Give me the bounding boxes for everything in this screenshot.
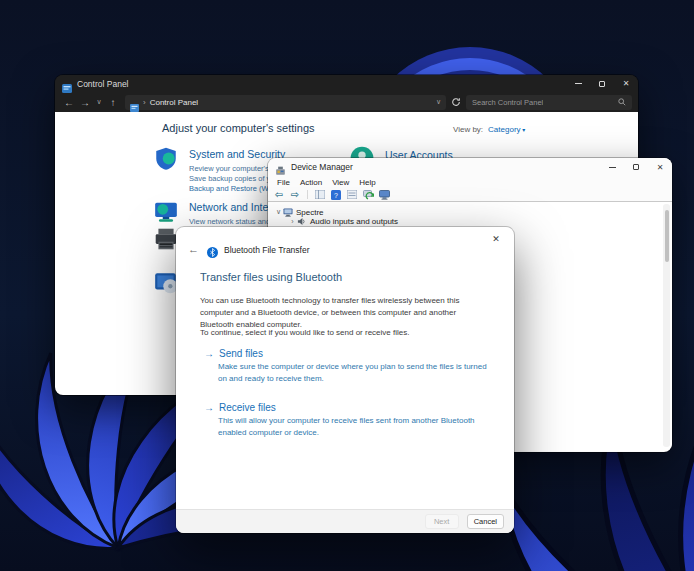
desktop: Control Panel ✕ ← → ∨ ↑ › Control Panel … <box>0 0 694 571</box>
toolbar-devices-icon[interactable] <box>378 189 390 200</box>
menu-action[interactable]: Action <box>295 178 327 187</box>
back-icon[interactable]: ← <box>188 244 199 255</box>
next-button[interactable]: Next <box>425 514 459 529</box>
toolbar-scan-hardware-icon[interactable] <box>362 189 374 200</box>
breadcrumb[interactable]: Control Panel <box>150 98 198 107</box>
toolbar-separator <box>307 190 308 199</box>
wizard-heading: Transfer files using Bluetooth <box>200 271 342 283</box>
scrollbar[interactable] <box>663 204 670 447</box>
bluetooth-dialog-header: ← Bluetooth File Transfer <box>188 244 310 255</box>
control-panel-navbar: ← → ∨ ↑ › Control Panel ∨ Search Control… <box>55 92 638 112</box>
toolbar-console-tree-icon[interactable] <box>314 189 326 200</box>
arrow-right-icon: → <box>204 349 214 359</box>
forward-icon[interactable]: → <box>77 97 93 108</box>
view-by: View by:Category ▾ <box>453 125 525 134</box>
view-by-dropdown[interactable]: Category <box>488 125 520 134</box>
tree-expanded-chevron-icon[interactable]: ∨ <box>274 208 283 216</box>
back-icon[interactable]: ← <box>61 97 77 108</box>
control-panel-app-icon <box>62 79 72 88</box>
minimize-button[interactable] <box>566 75 590 92</box>
send-files-label: Send files <box>219 348 263 359</box>
receive-files-label: Receive files <box>219 402 276 413</box>
minimize-button[interactable] <box>600 158 624 176</box>
search-placeholder: Search Control Panel <box>472 98 543 107</box>
view-by-label: View by: <box>453 125 483 134</box>
control-panel-caption-buttons: ✕ <box>566 75 638 92</box>
device-manager-toolbar: ⇦ ⇨ ? <box>268 188 672 202</box>
recent-locations-chevron-icon[interactable]: ∨ <box>93 98 105 106</box>
intro-text: You can use Bluetooth technology to tran… <box>200 295 488 331</box>
close-button[interactable]: ✕ <box>648 158 672 176</box>
window-bluetooth-file-transfer: ✕ ← Bluetooth File Transfer Transfer fil… <box>176 227 514 533</box>
scrollbar-thumb[interactable] <box>665 210 669 262</box>
menu-help[interactable]: Help <box>354 178 380 187</box>
arrow-right-icon: → <box>204 403 214 413</box>
search-icon <box>618 98 626 106</box>
send-files-description: Make sure the computer or device where y… <box>218 361 494 385</box>
breadcrumb-separator: › <box>143 98 146 107</box>
close-button[interactable]: ✕ <box>614 75 638 92</box>
maximize-button[interactable] <box>624 158 648 176</box>
receive-files-description: This will allow your computer to receive… <box>218 415 494 439</box>
toolbar-forward-icon[interactable]: ⇨ <box>289 189 301 200</box>
svg-text:?: ? <box>334 191 338 198</box>
device-manager-caption-buttons: ✕ <box>600 158 672 176</box>
device-manager-window-title: Device Manager <box>291 162 353 172</box>
network-and-internet-icon[interactable] <box>153 199 179 225</box>
device-manager-app-icon <box>275 162 286 172</box>
address-bar[interactable]: › Control Panel ∨ <box>125 95 446 110</box>
control-panel-titlebar[interactable]: Control Panel ✕ <box>55 75 638 92</box>
dialog-title: Bluetooth File Transfer <box>224 245 310 255</box>
up-icon[interactable]: ↑ <box>105 97 121 108</box>
page-title: Adjust your computer's settings <box>162 122 315 134</box>
toolbar-help-icon[interactable]: ? <box>330 189 342 200</box>
tree-collapsed-chevron-icon[interactable]: › <box>288 218 297 225</box>
receive-files-option[interactable]: → Receive files <box>204 402 276 413</box>
menu-file[interactable]: File <box>272 178 295 187</box>
prompt-text: To continue, select if you would like to… <box>200 327 488 339</box>
toolbar-back-icon[interactable]: ⇦ <box>273 189 285 200</box>
address-dropdown-chevron-icon[interactable]: ∨ <box>436 98 441 106</box>
control-panel-search-box[interactable]: Search Control Panel <box>466 95 632 110</box>
dialog-footer: Next Cancel <box>176 509 514 533</box>
system-and-security-icon[interactable] <box>153 146 179 172</box>
device-manager-titlebar[interactable]: Device Manager ✕ <box>268 158 672 176</box>
send-files-option[interactable]: → Send files <box>204 348 263 359</box>
breadcrumb-control-panel-icon <box>130 98 139 106</box>
toolbar-properties-icon[interactable] <box>346 189 358 200</box>
device-manager-menubar: File Action View Help <box>268 176 672 188</box>
menu-view[interactable]: View <box>327 178 354 187</box>
control-panel-window-title: Control Panel <box>77 79 129 89</box>
maximize-button[interactable] <box>590 75 614 92</box>
close-icon[interactable]: ✕ <box>488 232 504 246</box>
bluetooth-icon <box>207 244 218 255</box>
refresh-icon[interactable] <box>450 97 462 107</box>
cancel-button[interactable]: Cancel <box>467 514 504 529</box>
